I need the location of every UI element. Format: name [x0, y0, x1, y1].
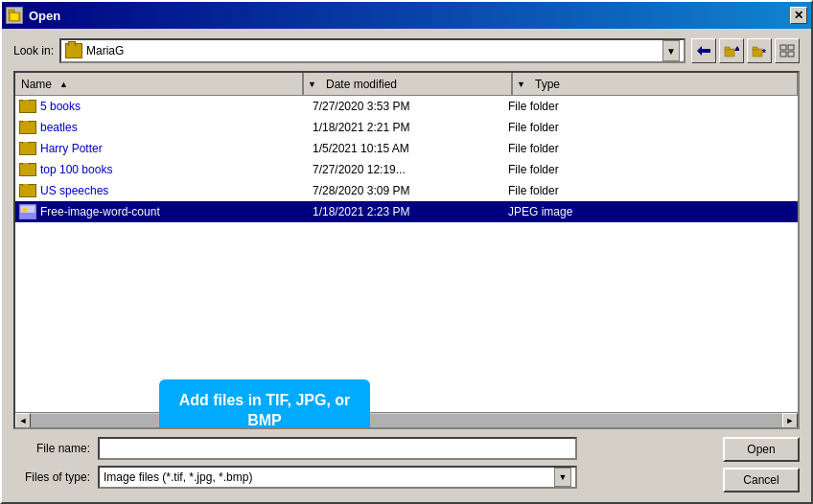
- files-of-type-dropdown[interactable]: ▼: [554, 468, 571, 487]
- folder-icon: [19, 163, 36, 176]
- horizontal-scrollbar[interactable]: ◄ ►: [15, 412, 798, 427]
- file-name-label: File name:: [13, 442, 90, 455]
- scroll-right-button[interactable]: ►: [782, 413, 798, 428]
- file-cell-name: beatles: [15, 121, 309, 134]
- file-list-container: Name ▲ ▼ Date modified ▼ Type 5 books7/2…: [13, 71, 800, 429]
- file-list-header: Name ▲ ▼ Date modified ▼ Type: [15, 73, 798, 96]
- dialog-content: Look in: MariaG ▼: [2, 29, 811, 502]
- column-header-name[interactable]: Name ▲: [15, 73, 303, 95]
- svg-rect-2: [11, 13, 18, 20]
- file-date: 1/18/2021 2:21 PM: [309, 121, 500, 134]
- dialog-title: Open: [29, 9, 790, 23]
- open-dialog: Open ✕ Look in: MariaG ▼: [0, 0, 813, 504]
- file-name: US speeches: [40, 184, 108, 197]
- dialog-icon: [6, 7, 23, 24]
- files-of-type-label: Files of type:: [13, 470, 90, 484]
- table-row[interactable]: Free-image-word-count1/18/2021 2:23 PMJP…: [15, 201, 798, 222]
- svg-rect-4: [702, 49, 710, 53]
- file-type: File folder: [500, 100, 798, 113]
- file-name-input[interactable]: [98, 437, 577, 460]
- svg-rect-16: [20, 213, 35, 218]
- file-name: beatles: [40, 121, 78, 134]
- file-date: 7/27/2020 3:53 PM: [309, 100, 500, 113]
- table-row[interactable]: 5 books7/27/2020 3:53 PMFile folder: [15, 96, 798, 117]
- scrollbar-track[interactable]: [31, 414, 782, 427]
- svg-marker-7: [734, 46, 739, 51]
- folder-icon: [19, 121, 36, 134]
- file-type: JPEG image: [500, 205, 798, 218]
- file-type: File folder: [500, 163, 798, 176]
- svg-marker-3: [697, 46, 702, 56]
- action-buttons: Open Cancel: [723, 437, 800, 493]
- bottom-section: File name: Files of type: Image files (*…: [13, 437, 800, 493]
- file-type: File folder: [500, 184, 798, 197]
- file-date: 7/28/2020 3:09 PM: [309, 184, 500, 197]
- file-name: Harry Potter: [40, 142, 103, 155]
- column-name-dropdown[interactable]: ▼: [303, 73, 320, 95]
- look-in-folder-icon: [65, 43, 82, 58]
- back-button[interactable]: [691, 38, 716, 63]
- file-date: 7/27/2020 12:19...: [309, 163, 500, 176]
- svg-rect-11: [780, 45, 786, 50]
- svg-rect-9: [753, 47, 757, 50]
- new-folder-button[interactable]: *: [747, 38, 772, 63]
- file-name: 5 books: [40, 100, 81, 113]
- svg-text:*: *: [762, 48, 766, 57]
- file-cell-name: Harry Potter: [15, 142, 309, 155]
- svg-rect-1: [9, 10, 14, 13]
- files-of-type-combo[interactable]: Image files (*.tif, *.jpg, *.bmp) ▼: [98, 466, 577, 489]
- file-name: top 100 books: [40, 163, 112, 176]
- table-row[interactable]: US speeches7/28/2020 3:09 PMFile folder: [15, 180, 798, 201]
- cancel-button[interactable]: Cancel: [723, 468, 800, 493]
- look-in-value: MariaG: [86, 44, 659, 57]
- svg-point-17: [23, 208, 28, 213]
- svg-rect-12: [788, 45, 794, 50]
- column-header-date[interactable]: Date modified: [320, 73, 512, 95]
- close-button[interactable]: ✕: [790, 7, 807, 24]
- column-date-dropdown[interactable]: ▼: [512, 73, 529, 95]
- look-in-label: Look in:: [13, 44, 54, 57]
- file-date: 1/5/2021 10:15 AM: [309, 142, 500, 155]
- file-type: File folder: [500, 142, 798, 155]
- folder-icon: [19, 142, 36, 155]
- svg-rect-6: [725, 47, 730, 50]
- file-cell-name: Free-image-word-count: [15, 204, 309, 219]
- file-cell-name: 5 books: [15, 100, 309, 113]
- forms: File name: Files of type: Image files (*…: [13, 437, 715, 489]
- file-list-body[interactable]: 5 books7/27/2020 3:53 PMFile folderbeatl…: [15, 96, 798, 412]
- open-button[interactable]: Open: [723, 437, 800, 462]
- folder-icon: [19, 184, 36, 197]
- table-row[interactable]: beatles1/18/2021 2:21 PMFile folder: [15, 117, 798, 138]
- view-toggle-button[interactable]: [775, 38, 800, 63]
- scroll-left-button[interactable]: ◄: [15, 413, 31, 428]
- table-row[interactable]: top 100 books7/27/2020 12:19...File fold…: [15, 159, 798, 180]
- jpeg-icon: [19, 204, 36, 219]
- look-in-row: Look in: MariaG ▼: [13, 38, 800, 63]
- file-cell-name: US speeches: [15, 184, 309, 197]
- files-of-type-value: Image files (*.tif, *.jpg, *.bmp): [104, 470, 554, 484]
- file-type: File folder: [500, 121, 798, 134]
- up-folder-button[interactable]: [719, 38, 744, 63]
- svg-rect-13: [780, 52, 786, 57]
- file-name: Free-image-word-count: [40, 205, 160, 218]
- file-cell-name: top 100 books: [15, 163, 309, 176]
- file-name-row: File name:: [13, 437, 715, 460]
- file-date: 1/18/2021 2:23 PM: [309, 205, 500, 218]
- title-bar: Open ✕: [2, 2, 811, 29]
- toolbar: *: [691, 38, 800, 63]
- look-in-dropdown-button[interactable]: ▼: [662, 40, 680, 61]
- svg-rect-14: [788, 52, 794, 57]
- folder-icon: [19, 100, 36, 113]
- look-in-combo[interactable]: MariaG ▼: [59, 38, 685, 63]
- table-row[interactable]: Harry Potter1/5/2021 10:15 AMFile folder: [15, 138, 798, 159]
- column-header-type[interactable]: Type: [529, 73, 798, 95]
- files-of-type-row: Files of type: Image files (*.tif, *.jpg…: [13, 466, 715, 489]
